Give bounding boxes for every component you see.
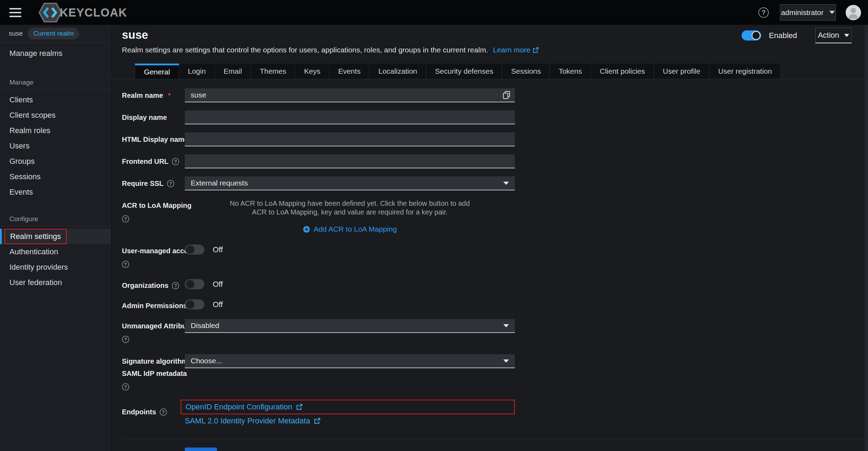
- external-link-icon: [532, 47, 539, 53]
- annotation-box-openid-link: OpenID Endpoint Configuration: [181, 400, 515, 414]
- sidebar-item-clients[interactable]: Clients: [0, 92, 111, 108]
- sidebar-item-realm-settings[interactable]: Realm settings: [0, 229, 111, 244]
- organizations-label: Organizations ?: [122, 282, 185, 290]
- sidebar-item-events[interactable]: Events: [0, 184, 111, 200]
- frontend-url-input[interactable]: [185, 154, 515, 168]
- tab-user-registration[interactable]: User registration: [709, 64, 781, 79]
- tab-general[interactable]: General: [135, 64, 179, 79]
- saml-idp-metadata-link[interactable]: SAML 2.0 Identity Provider Metadata: [185, 416, 515, 425]
- toggle-knob: [186, 300, 195, 309]
- toggle-state-label: Off: [213, 245, 223, 254]
- acr-loa-mapping-label: ACR to LoA Mapping: [122, 202, 185, 210]
- page-description: Realm settings are settings that control…: [122, 46, 868, 54]
- sidebar-item-manage-realms[interactable]: Manage realms: [0, 46, 111, 61]
- toggle-state-label: Off: [213, 300, 223, 309]
- tab-themes[interactable]: Themes: [251, 64, 296, 79]
- user-managed-access-row: User-managed access ? Off: [122, 244, 868, 268]
- form-actions: Save Revert: [122, 439, 868, 451]
- tab-keys[interactable]: Keys: [295, 64, 329, 79]
- tab-localization[interactable]: Localization: [370, 64, 426, 79]
- html-display-name-row: HTML Display name: [122, 132, 868, 146]
- user-managed-access-toggle[interactable]: [185, 245, 204, 255]
- user-menu-label: administrator: [781, 8, 823, 17]
- sidebar-item-sessions[interactable]: Sessions: [0, 169, 111, 184]
- external-link-icon: [296, 403, 303, 410]
- tab-sessions[interactable]: Sessions: [502, 64, 550, 79]
- realm-name-label: Realm name*: [122, 92, 185, 100]
- external-link-icon: [314, 417, 321, 424]
- html-display-name-label: HTML Display name: [122, 136, 185, 144]
- question-circle-icon[interactable]: ?: [122, 383, 129, 391]
- question-circle-icon[interactable]: ?: [172, 282, 179, 289]
- sidebar-item-client-scopes[interactable]: Client scopes: [0, 108, 111, 123]
- tab-email[interactable]: Email: [215, 64, 251, 79]
- tab-client-policies[interactable]: Client policies: [591, 64, 654, 79]
- realm-switcher[interactable]: suse Current realm: [0, 25, 111, 42]
- openid-endpoint-configuration-link[interactable]: OpenID Endpoint Configuration: [185, 402, 303, 412]
- save-button[interactable]: Save: [185, 448, 217, 451]
- organizations-row: Organizations ? Off: [122, 278, 868, 290]
- realm-name-input[interactable]: [185, 88, 515, 102]
- unmanaged-attributes-select[interactable]: Disabled: [185, 319, 515, 333]
- user-menu-dropdown[interactable]: administrator: [780, 4, 836, 21]
- unmanaged-attributes-row: Unmanaged Attributes ? Disabled: [122, 319, 868, 343]
- divider: [0, 226, 111, 226]
- required-asterisk: *: [168, 92, 171, 100]
- annotation-box-realm-settings: Realm settings: [5, 229, 67, 244]
- keycloak-logo-icon: [39, 2, 62, 23]
- question-circle-icon[interactable]: ?: [160, 408, 167, 416]
- question-circle-icon[interactable]: ?: [167, 180, 174, 187]
- copy-button[interactable]: [498, 88, 515, 102]
- realm-enabled-toggle[interactable]: [742, 30, 761, 41]
- learn-more-link[interactable]: Learn more: [493, 46, 539, 54]
- toggle-knob: [186, 280, 195, 289]
- html-display-name-input[interactable]: [185, 132, 515, 146]
- tab-login[interactable]: Login: [179, 64, 215, 79]
- admin-permissions-toggle[interactable]: [185, 299, 204, 310]
- question-circle-icon[interactable]: ?: [172, 158, 179, 165]
- question-circle-icon[interactable]: ?: [122, 261, 129, 268]
- endpoints-row: Endpoints ? OpenID Endpoint Configuratio…: [122, 402, 868, 425]
- signature-algorithm-row: Signature algorithm SAML IdP metadata ? …: [122, 354, 868, 391]
- tab-user-profile[interactable]: User profile: [654, 64, 709, 79]
- require-ssl-label: Require SSL ?: [122, 180, 185, 188]
- add-acr-loa-mapping-button[interactable]: Add ACR to LoA Mapping: [303, 225, 397, 233]
- sidebar-item-identity-providers[interactable]: Identity providers: [0, 260, 111, 275]
- current-realm-name: suse: [9, 30, 23, 37]
- realm-name-row: Realm name*: [122, 88, 868, 102]
- tab-security-defenses[interactable]: Security defenses: [426, 64, 502, 79]
- organizations-toggle[interactable]: [185, 279, 204, 289]
- sidebar-item-users[interactable]: Users: [0, 138, 111, 154]
- action-dropdown[interactable]: Action: [815, 28, 852, 43]
- copy-icon: [503, 91, 510, 99]
- chevron-down-icon: [829, 11, 835, 14]
- vertical-scrollbar[interactable]: [865, 25, 868, 451]
- hamburger-menu-icon[interactable]: [9, 6, 25, 20]
- frontend-url-row: Frontend URL ?: [122, 154, 868, 168]
- enabled-label: Enabled: [769, 31, 797, 40]
- sidebar-item-authentication[interactable]: Authentication: [0, 244, 111, 260]
- acr-loa-mapping-row: ACR to LoA Mapping ? No ACR to LoA Mappi…: [122, 198, 868, 233]
- question-circle-icon[interactable]: ?: [122, 336, 129, 343]
- general-settings-form: Realm name* Display name HTML Display na…: [111, 79, 868, 451]
- frontend-url-label: Frontend URL ?: [122, 158, 185, 166]
- brand-text: KEYCLOAK: [60, 6, 127, 19]
- sidebar-item-realm-roles[interactable]: Realm roles: [0, 123, 111, 138]
- user-managed-access-label: User-managed access: [122, 247, 185, 255]
- chevron-down-icon: [503, 182, 509, 185]
- current-realm-badge: Current realm: [28, 28, 79, 39]
- help-icon[interactable]: ?: [758, 7, 769, 18]
- admin-permissions-row: Admin Permissions ? Off: [122, 299, 868, 310]
- tab-events[interactable]: Events: [329, 64, 370, 79]
- tab-tokens[interactable]: Tokens: [550, 64, 591, 79]
- realm-settings-tabs: General Login Email Themes Keys Events L…: [111, 64, 868, 79]
- signature-algorithm-select[interactable]: Choose...: [185, 354, 515, 368]
- question-circle-icon[interactable]: ?: [122, 215, 129, 223]
- sidebar-item-user-federation[interactable]: User federation: [0, 275, 111, 290]
- display-name-input[interactable]: [185, 110, 515, 124]
- require-ssl-select[interactable]: External requests: [185, 176, 515, 190]
- acr-empty-state-text: No ACR to LoA Mapping have been defined …: [228, 199, 472, 217]
- user-avatar-icon[interactable]: [846, 5, 861, 20]
- sidebar-item-groups[interactable]: Groups: [0, 154, 111, 169]
- divider: [0, 89, 111, 89]
